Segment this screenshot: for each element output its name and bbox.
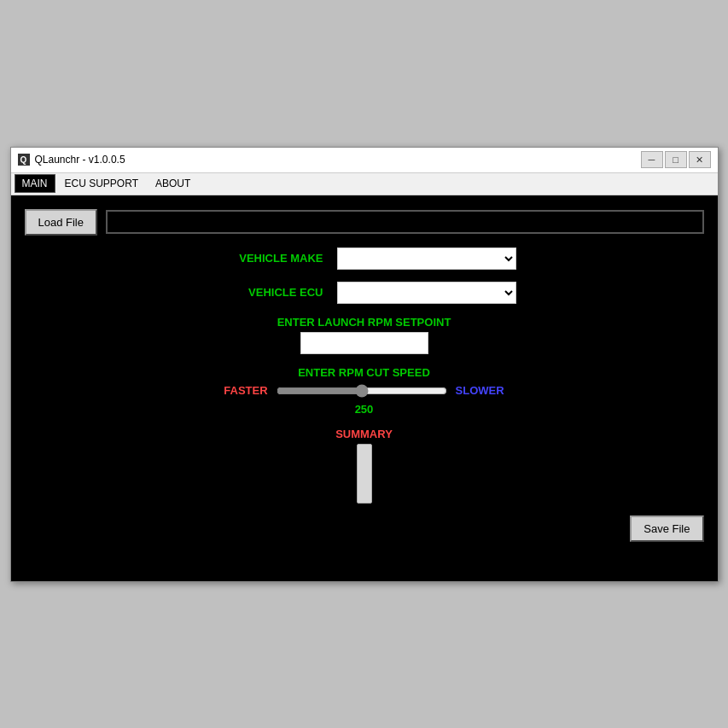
save-file-row: Save File [25, 515, 704, 542]
rpm-cut-speed-slider[interactable] [277, 382, 447, 399]
launch-rpm-section: ENTER LAUNCH RPM SETPOINT [25, 316, 704, 354]
rpm-cut-speed-label: ENTER RPM CUT SPEED [298, 366, 430, 379]
vehicle-make-row: VEHICLE MAKE [25, 248, 704, 270]
faster-label: FASTER [224, 384, 267, 397]
desktop: Q QLaunchr - v1.0.0.5 ─ □ ✕ MAIN ECU SUP… [0, 0, 728, 728]
launch-rpm-input-row [300, 332, 428, 354]
minimize-button[interactable]: ─ [641, 151, 663, 168]
title-bar: Q QLaunchr - v1.0.0.5 ─ □ ✕ [11, 148, 718, 173]
vehicle-make-label: VEHICLE MAKE [213, 252, 323, 265]
app-icon: Q [18, 154, 30, 166]
title-bar-left: Q QLaunchr - v1.0.0.5 [18, 154, 125, 166]
save-file-button[interactable]: Save File [630, 515, 703, 542]
load-file-row: Load File [25, 209, 704, 236]
file-path-input[interactable] [106, 210, 704, 234]
vehicle-ecu-select[interactable] [337, 282, 516, 304]
slider-value-display: 250 [355, 403, 374, 416]
vehicle-ecu-label: VEHICLE ECU [213, 286, 323, 299]
menu-item-about[interactable]: ABOUT [148, 174, 198, 193]
content-area: Load File VEHICLE MAKE VEHICLE ECU ENTER… [11, 195, 718, 581]
summary-label: SUMMARY [335, 428, 393, 440]
launch-rpm-input[interactable] [300, 332, 428, 354]
summary-box [357, 444, 372, 504]
load-file-button[interactable]: Load File [25, 209, 97, 236]
vehicle-make-select[interactable] [337, 248, 516, 270]
window-title: QLaunchr - v1.0.0.5 [35, 154, 125, 166]
menu-bar: MAIN ECU SUPPORT ABOUT [11, 173, 718, 195]
slower-label: SLOWER [456, 384, 504, 397]
rpm-cut-speed-section: ENTER RPM CUT SPEED FASTER SLOWER 250 [25, 366, 704, 416]
maximize-button[interactable]: □ [665, 151, 687, 168]
slider-row: FASTER SLOWER [25, 382, 704, 399]
menu-item-ecu-support[interactable]: ECU SUPPORT [57, 174, 146, 193]
summary-section: SUMMARY [25, 428, 704, 504]
vehicle-ecu-row: VEHICLE ECU [25, 282, 704, 304]
application-window: Q QLaunchr - v1.0.0.5 ─ □ ✕ MAIN ECU SUP… [10, 147, 719, 582]
launch-rpm-label: ENTER LAUNCH RPM SETPOINT [277, 316, 451, 329]
title-bar-controls: ─ □ ✕ [641, 151, 711, 168]
close-button[interactable]: ✕ [689, 151, 711, 168]
menu-item-main[interactable]: MAIN [15, 174, 55, 193]
